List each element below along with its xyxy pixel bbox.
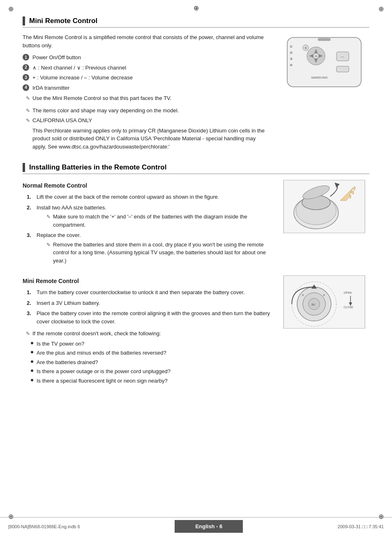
mini-remote-batteries-content: Mini Remote Control 1. Turn the battery …	[23, 275, 369, 386]
list-item-2-text: ∧ : Next channel / ∨ : Previous channel	[32, 64, 126, 72]
normal-step-2-text: Install two AAA size batteries.	[37, 204, 106, 211]
circle-num-1: 1	[23, 54, 29, 60]
list-item-3: 3 + : Volume increase / – : Volume decre…	[23, 74, 271, 82]
list-item-3-text: + : Volume increase / – : Volume decreas…	[32, 74, 133, 82]
check-item-3: Are the batteries drained?	[31, 358, 275, 367]
check-item-2: Are the plus and minus ends of the batte…	[31, 349, 275, 357]
california-block: This Perchlorate warning applies only to…	[32, 127, 271, 151]
bullet-5	[31, 379, 33, 381]
check-item-4-text: Is there a power outage or is the power …	[37, 367, 171, 376]
mini-remote-intro: The Mini Remote Control is a simplified …	[23, 33, 271, 49]
section-header-batteries: Installing Batteries in the Remote Contr…	[23, 163, 369, 174]
bullet-4	[31, 369, 33, 372]
section-header-bar-2	[23, 163, 25, 172]
corner-tr: ⊕	[378, 5, 384, 13]
check-item-5-text: Is there a special fluorescent light or …	[37, 377, 168, 385]
svg-text:②: ②	[290, 51, 293, 55]
svg-text:OPEN: OPEN	[344, 291, 352, 294]
mini-step-1-text: Turn the battery cover counterclockwise …	[37, 288, 245, 297]
circle-num-2: 2	[23, 64, 29, 71]
bullet-3	[31, 360, 33, 363]
pencil-icon-2: ✎	[26, 107, 30, 114]
normal-remote-steps: 1. Lift the cover at the back of the rem…	[27, 193, 275, 265]
battery-normal-svg	[283, 180, 365, 233]
svg-text:③: ③	[290, 57, 293, 61]
list-item-4-text: IrDA transmitter	[32, 84, 69, 92]
normal-remote-image	[283, 180, 369, 269]
corner-tl: ⊕	[8, 5, 14, 13]
mini-remote-image-col: SAMSUNG ① ③ —	[279, 33, 369, 151]
mini-remote-content: The Mini Remote Control is a simplified …	[23, 33, 369, 151]
mini-remote-list: 1 Power On/Off button 2 ∧ : Next channel…	[23, 53, 271, 92]
note-doesnt-work-text: If the remote control doesn't work, chec…	[32, 330, 161, 338]
normal-step-3-note: ✎ Remove the batteries and store them in…	[46, 241, 275, 265]
section-title-mini-remote: Mini Remote Control	[29, 17, 97, 25]
list-item-1: 1 Power On/Off button	[23, 53, 271, 62]
note-california-text: CALIFORNIA USA ONLY	[32, 116, 92, 125]
mini-remote-text: The Mini Remote Control is a simplified …	[23, 33, 271, 151]
footer-center: English - 6	[175, 520, 243, 533]
normal-step-1: 1. Lift the cover at the back of the rem…	[27, 193, 275, 201]
svg-text:3V: 3V	[311, 303, 315, 306]
mini-remote-batteries-steps: 1. Turn the battery cover counterclockwi…	[27, 288, 275, 325]
normal-step-2: 2. Install two AAA size batteries. ✎ Mak…	[27, 204, 275, 229]
check-item-3-text: Are the batteries drained?	[37, 358, 98, 367]
note-faces-tv-text: Use the Mini Remote Control so that this…	[32, 94, 171, 102]
mini-remote-batteries-text: Mini Remote Control 1. Turn the battery …	[23, 275, 275, 386]
svg-text:①: ①	[304, 46, 307, 49]
note-color-shape-text: The items color and shape may vary depen…	[32, 107, 179, 115]
battery-mini-svg: OPEN CLOSE 3V × ×	[283, 275, 365, 329]
normal-remote-content: Normal Remote Control 1. Lift the cover …	[23, 180, 369, 269]
note-color-shape: ✎ The items color and shape may vary dep…	[26, 107, 271, 115]
svg-text:④: ④	[290, 63, 293, 67]
mini-step-3-num: 3.	[27, 309, 33, 318]
mini-step-2-text: Insert a 3V Lithium battery.	[37, 299, 100, 307]
note-faces-tv: ✎ Use the Mini Remote Control so that th…	[26, 94, 271, 102]
footer-left: [8000-NA]BN68-01988E-Eng.indb 6	[8, 524, 80, 529]
bullet-2	[31, 351, 33, 353]
normal-step-3-note-text: Remove the batteries and store them in a…	[53, 241, 275, 265]
mini-step-3-text: Place the battery cover into the remote …	[37, 309, 275, 325]
installing-batteries-section: Installing Batteries in the Remote Contr…	[23, 163, 369, 386]
mini-remote-svg: SAMSUNG ① ③ —	[283, 33, 365, 91]
mini-step-1: 1. Turn the battery cover counterclockwi…	[27, 288, 275, 297]
svg-text:×: ×	[323, 292, 325, 298]
svg-text:×: ×	[302, 292, 304, 298]
bullet-1	[31, 342, 33, 344]
svg-text:CLOSE: CLOSE	[344, 306, 353, 309]
check-list: Is the TV power on? Are the plus and min…	[31, 340, 275, 385]
list-item-1-text: Power On/Off button	[32, 53, 81, 62]
pencil-icon-4: ✎	[46, 213, 51, 221]
note-doesnt-work: ✎ If the remote control doesn't work, ch…	[26, 330, 275, 338]
note-california: ✎ CALIFORNIA USA ONLY	[26, 116, 271, 125]
mini-step-2: 2. Insert a 3V Lithium battery.	[27, 299, 275, 307]
normal-step-3-text: Replace the cover.	[37, 232, 81, 238]
mini-step-3: 3. Place the battery cover into the remo…	[27, 309, 275, 325]
normal-step-1-num: 1.	[27, 193, 33, 201]
svg-rect-13	[337, 66, 349, 72]
california-body: This Perchlorate warning applies only to…	[32, 128, 265, 150]
normal-remote-subtitle: Normal Remote Control	[23, 182, 275, 189]
normal-step-3-num: 3.	[27, 231, 33, 239]
check-item-1-text: Is the TV power on?	[37, 340, 84, 348]
pencil-icon-1: ✎	[26, 95, 30, 102]
svg-text:—: —	[341, 55, 344, 58]
section-title-batteries: Installing Batteries in the Remote Contr…	[29, 163, 166, 172]
section-header-mini-remote: Mini Remote Control	[23, 16, 369, 28]
svg-text:③: ③	[315, 55, 317, 58]
pencil-icon-6: ✎	[26, 330, 30, 337]
page-wrapper: ⊕ ⊕ ⊕ ⊕ ⊕ Mini Remote Control The Mini R…	[0, 0, 392, 541]
circle-num-3: 3	[23, 74, 29, 81]
mini-step-1-num: 1.	[27, 288, 33, 297]
pencil-icon-3: ✎	[26, 117, 30, 124]
normal-step-3: 3. Replace the cover. ✎ Remove the batte…	[27, 231, 275, 265]
check-item-1: Is the TV power on?	[31, 340, 275, 348]
check-item-2-text: Are the plus and minus ends of the batte…	[37, 349, 166, 357]
check-item-4: Is there a power outage or is the power …	[31, 367, 275, 376]
normal-step-1-text: Lift the cover at the back of the remote…	[37, 194, 219, 200]
normal-step-2-num: 2.	[27, 204, 33, 212]
page-footer: [8000-NA]BN68-01988E-Eng.indb 6 English …	[0, 517, 392, 533]
normal-remote-text: Normal Remote Control 1. Lift the cover …	[23, 180, 275, 269]
svg-text:SAMSUNG: SAMSUNG	[311, 76, 327, 79]
list-item-2: 2 ∧ : Next channel / ∨ : Previous channe…	[23, 64, 271, 72]
